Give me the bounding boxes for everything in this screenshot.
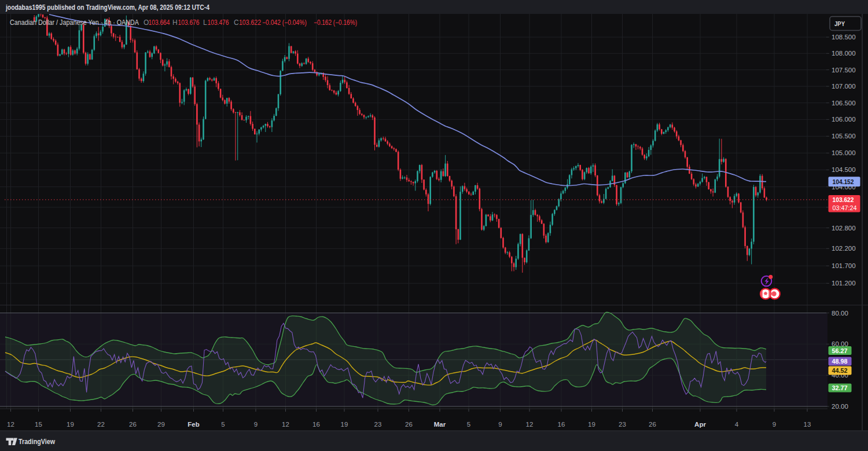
svg-text:105.000: 105.000 [832, 149, 856, 156]
svg-text:104.500: 104.500 [832, 166, 856, 173]
svg-text:48.98: 48.98 [832, 358, 848, 365]
svg-text:9: 9 [773, 421, 776, 428]
svg-text:5: 5 [221, 421, 225, 428]
svg-text:15: 15 [35, 421, 42, 428]
svg-text:108.000: 108.000 [832, 50, 856, 57]
svg-text:4: 4 [735, 421, 739, 428]
svg-text:12: 12 [7, 421, 14, 428]
svg-text:19: 19 [588, 421, 595, 428]
svg-text:H: H [172, 19, 178, 27]
svg-text:44.52: 44.52 [832, 367, 848, 374]
svg-text:JPY: JPY [834, 20, 845, 27]
svg-text:5: 5 [467, 421, 470, 428]
svg-text:103.476: 103.476 [208, 19, 229, 27]
svg-text:TradingView: TradingView [19, 438, 55, 446]
svg-text:107.000: 107.000 [832, 83, 856, 90]
svg-text:26: 26 [129, 421, 137, 428]
svg-text:20.00: 20.00 [832, 403, 848, 410]
svg-text:29: 29 [157, 421, 165, 428]
svg-text:103.622: 103.622 [833, 196, 854, 203]
svg-text:23: 23 [374, 421, 382, 428]
svg-text:106.000: 106.000 [832, 116, 856, 123]
svg-text:16: 16 [312, 421, 320, 428]
svg-text:23: 23 [619, 421, 626, 428]
svg-text:Mar: Mar [434, 421, 446, 428]
svg-text:103.664: 103.664 [149, 19, 170, 27]
svg-text:103.622: 103.622 [239, 19, 261, 27]
svg-text:103.676: 103.676 [178, 19, 200, 27]
svg-text:12: 12 [526, 421, 534, 428]
svg-text:56.27: 56.27 [832, 347, 848, 354]
svg-text:102.800: 102.800 [832, 225, 856, 232]
svg-text:102.200: 102.200 [832, 245, 856, 252]
svg-text:joodabas1995 published on Trad: joodabas1995 published on TradingView.co… [5, 3, 209, 12]
svg-text:Canadian Dollar / Japanese Yen: Canadian Dollar / Japanese Yen · 4h · OA… [10, 19, 139, 27]
svg-text:−0.162 (−0.16%): −0.162 (−0.16%) [314, 19, 357, 27]
svg-text:106.500: 106.500 [832, 100, 856, 107]
svg-text:03:47:24: 03:47:24 [833, 204, 858, 211]
svg-text:22: 22 [97, 421, 105, 428]
svg-text:19: 19 [341, 421, 348, 428]
svg-text:80.00: 80.00 [832, 310, 848, 317]
svg-text:19: 19 [67, 421, 74, 428]
svg-text:104.152: 104.152 [833, 178, 854, 185]
svg-text:12: 12 [282, 421, 289, 428]
svg-text:26: 26 [405, 421, 413, 428]
svg-text:101.700: 101.700 [832, 262, 856, 269]
svg-text:26: 26 [649, 421, 656, 428]
svg-text:32.77: 32.77 [832, 384, 848, 391]
svg-text:16: 16 [558, 421, 565, 428]
svg-text:Feb: Feb [187, 421, 199, 428]
svg-text:−0.042 (−0.04%): −0.042 (−0.04%) [262, 19, 307, 27]
svg-text:L: L [203, 19, 207, 27]
svg-text:101.200: 101.200 [832, 280, 856, 287]
svg-text:C: C [234, 19, 239, 27]
svg-text:9: 9 [498, 421, 502, 428]
svg-text:108.500: 108.500 [832, 34, 856, 41]
svg-text:107.500: 107.500 [832, 67, 856, 74]
svg-text:13: 13 [804, 421, 811, 428]
svg-text:Apr: Apr [694, 421, 706, 428]
svg-text:9: 9 [254, 421, 258, 428]
svg-text:105.500: 105.500 [832, 133, 856, 140]
